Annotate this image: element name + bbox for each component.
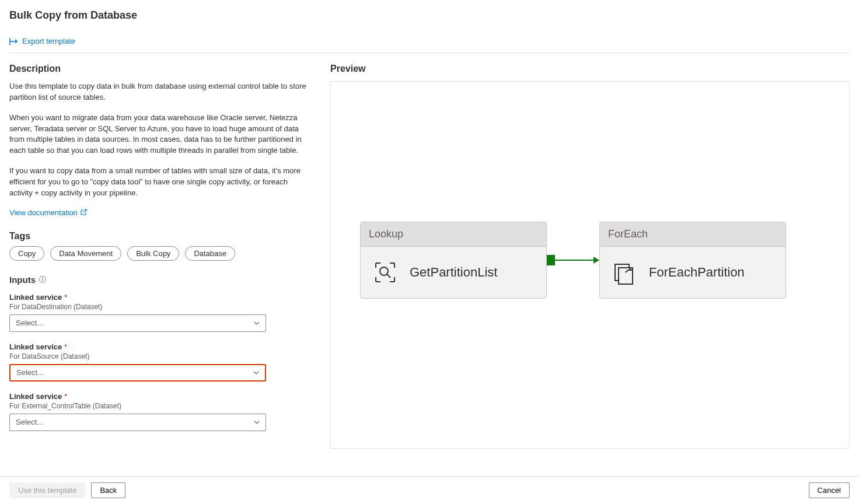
tags-heading: Tags bbox=[9, 231, 307, 242]
description-heading: Description bbox=[9, 64, 307, 74]
field-label: Linked service * bbox=[9, 342, 307, 351]
export-icon bbox=[9, 37, 19, 46]
field-sublabel: For External_ControlTable (Dataset) bbox=[9, 402, 307, 410]
tag-data-movement[interactable]: Data Movement bbox=[50, 246, 121, 261]
chevron-down-icon bbox=[253, 371, 259, 374]
tag-copy[interactable]: Copy bbox=[9, 246, 44, 261]
lookup-icon bbox=[372, 260, 398, 285]
required-asterisk: * bbox=[64, 342, 67, 351]
activity-type-label: ForEach bbox=[600, 222, 785, 247]
linked-service-select-destination[interactable]: Select... bbox=[9, 314, 266, 332]
linked-service-select-control-table[interactable]: Select... bbox=[9, 414, 266, 431]
preview-canvas[interactable]: Lookup GetPartitionList bbox=[330, 81, 850, 449]
field-sublabel: For DataDestination (Dataset) bbox=[9, 303, 307, 311]
page-title: Bulk Copy from Database bbox=[9, 9, 850, 22]
svg-point-0 bbox=[380, 267, 388, 275]
select-placeholder: Select... bbox=[16, 318, 43, 327]
field-sublabel: For DataSource (Dataset) bbox=[9, 352, 307, 360]
description-p3: If you want to copy data from a small nu… bbox=[9, 166, 307, 199]
linked-service-select-source[interactable]: Select... bbox=[9, 364, 266, 382]
inputs-heading: Inputs i bbox=[9, 275, 307, 285]
info-icon[interactable]: i bbox=[39, 276, 46, 283]
input-field-data-destination: Linked service * For DataDestination (Da… bbox=[9, 293, 307, 332]
view-documentation-link[interactable]: View documentation bbox=[9, 208, 87, 217]
external-link-icon bbox=[80, 209, 87, 216]
output-port bbox=[785, 255, 786, 265]
required-asterisk: * bbox=[64, 392, 67, 401]
field-label: Linked service * bbox=[9, 392, 307, 401]
foreach-icon bbox=[612, 260, 637, 285]
chevron-down-icon bbox=[254, 321, 260, 325]
export-template-link[interactable]: Export template bbox=[9, 37, 75, 46]
tag-bulk-copy[interactable]: Bulk Copy bbox=[127, 246, 179, 261]
input-field-control-table: Linked service * For External_ControlTab… bbox=[9, 392, 307, 431]
activity-lookup[interactable]: Lookup GetPartitionList bbox=[360, 222, 547, 299]
select-placeholder: Select... bbox=[16, 418, 43, 426]
output-port bbox=[547, 255, 555, 265]
select-placeholder: Select... bbox=[16, 368, 44, 377]
export-template-label: Export template bbox=[22, 37, 75, 46]
activity-name-label: GetPartitionList bbox=[410, 265, 497, 280]
tags-row: Copy Data Movement Bulk Copy Database bbox=[9, 246, 307, 261]
activity-name-label: ForEachPartition bbox=[649, 265, 745, 280]
activity-connector bbox=[547, 255, 599, 265]
activity-type-label: Lookup bbox=[361, 222, 546, 247]
inputs-heading-label: Inputs bbox=[9, 275, 36, 285]
field-label: Linked service * bbox=[9, 293, 307, 302]
preview-heading: Preview bbox=[330, 64, 850, 74]
description-p2: When you want to migrate data from your … bbox=[9, 113, 307, 156]
activity-foreach[interactable]: ForEach ForEachPartition bbox=[599, 222, 786, 299]
required-asterisk: * bbox=[64, 293, 67, 302]
divider bbox=[9, 52, 850, 53]
tag-database[interactable]: Database bbox=[185, 246, 235, 261]
chevron-down-icon bbox=[254, 421, 260, 424]
view-documentation-label: View documentation bbox=[9, 208, 78, 217]
input-field-data-source: Linked service * For DataSource (Dataset… bbox=[9, 342, 307, 382]
description-p1: Use this template to copy data in bulk f… bbox=[9, 81, 307, 103]
